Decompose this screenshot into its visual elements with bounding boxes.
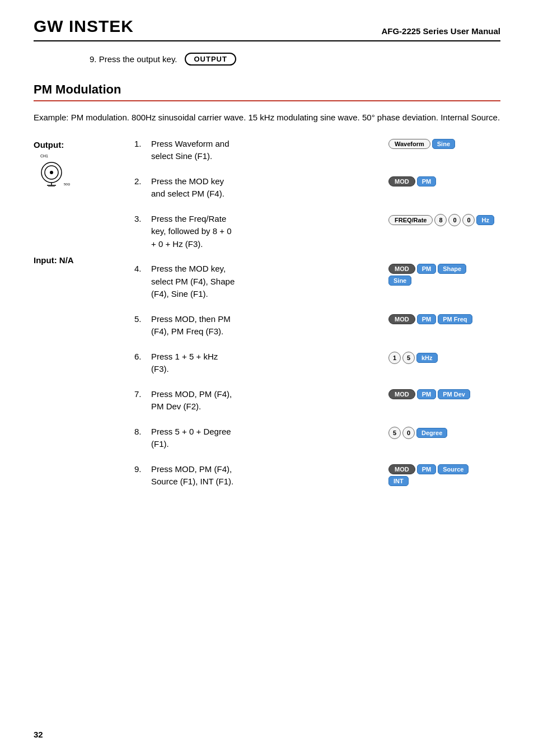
main-content: Output: CH1 50Ω Input: N/A [34, 138, 500, 501]
header: GW INSTEK AFG-2225 Series User Manual [34, 17, 500, 41]
step-3: 3. Press the Freq/Ratekey, followed by 8… [134, 213, 500, 251]
step-7-num: 7. [134, 388, 151, 399]
step-8: 8. Press 5 + 0 + Degree(F1). 5 0 Degree [134, 426, 500, 451]
step-8-num: 8. [134, 426, 151, 436]
page: GW INSTEK AFG-2225 Series User Manual 9.… [0, 0, 534, 756]
mod-key: MOD [388, 176, 415, 186]
step-6-num: 6. [134, 351, 151, 361]
input-label: Input: N/A [34, 255, 123, 265]
khz-key: kHz [416, 353, 438, 363]
step-7-text: Press MOD, PM (F4),PM Dev (F2). [151, 388, 388, 413]
pm-freq-key: PM Freq [438, 314, 472, 324]
step-9-icons: MOD PM Source INT [388, 463, 500, 486]
pm-key-9: PM [417, 464, 437, 474]
step-9-num: 9. [134, 463, 151, 474]
mod-key-7: MOD [388, 389, 415, 399]
hz-key: Hz [476, 215, 494, 225]
freq-rate-key: FREQ/Rate [388, 215, 433, 225]
step-3-text: Press the Freq/Ratekey, followed by 8 + … [151, 213, 388, 251]
mod-key-9: MOD [388, 464, 415, 474]
step-5-num: 5. [134, 313, 151, 324]
source-key: Source [438, 464, 469, 474]
svg-point-3 [50, 171, 53, 174]
step-4-num: 4. [134, 263, 151, 273]
step-7-icons: MOD PM PM Dev [388, 388, 500, 399]
key-8: 8 [434, 214, 447, 226]
step-8-icons: 5 0 Degree [388, 426, 500, 439]
pm-key-7: PM [417, 389, 437, 399]
pm-key-5: PM [417, 314, 437, 324]
page-number: 32 [34, 730, 43, 739]
mod-key-5: MOD [388, 314, 415, 324]
manual-title: AFG-2225 Series User Manual [381, 26, 500, 36]
logo-gw: GW [34, 17, 69, 35]
step-5: 5. Press MOD, then PM(F4), PM Freq (F3).… [134, 313, 500, 338]
step-4-icons: MOD PM Shape Sine [388, 263, 500, 286]
sine-key: Sine [432, 139, 455, 149]
step-7: 7. Press MOD, PM (F4),PM Dev (F2). MOD P… [134, 388, 500, 413]
step-6-icons: 1 5 kHz [388, 351, 500, 364]
step-4-text: Press the MOD key,select PM (F4), Shape(… [151, 263, 388, 301]
step-9: 9. Press MOD, PM (F4),Source (F1), INT (… [134, 463, 500, 488]
output-icon: CH1 50Ω [36, 153, 81, 186]
left-column: Output: CH1 50Ω Input: N/A [34, 138, 123, 501]
sine-key-4: Sine [388, 276, 411, 286]
step-2-text: Press the MOD keyand select PM (F4). [151, 175, 388, 200]
shape-key: Shape [438, 264, 466, 274]
mod-key-4: MOD [388, 264, 415, 274]
key-0a: 0 [448, 214, 461, 226]
waveform-key: Waveform [388, 139, 430, 149]
step-2-num: 2. [134, 175, 151, 186]
section-title: PM Modulation [34, 82, 500, 101]
logo: GW INSTEK [34, 17, 134, 36]
key-0-8: 0 [402, 427, 415, 439]
key-5-8: 5 [388, 427, 401, 439]
step-2-icons: MOD PM [388, 175, 500, 186]
top-step-text: 9. Press the output key. [90, 54, 177, 64]
description: Example: PM modulation. 800Hz sinusoidal… [34, 111, 500, 124]
step-5-icons: MOD PM PM Freq [388, 313, 500, 324]
step-1-text: Press Waveform andselect Sine (F1). [151, 138, 388, 163]
step-6-text: Press 1 + 5 + kHz(F3). [151, 351, 388, 376]
key-1: 1 [388, 352, 401, 364]
step-2: 2. Press the MOD keyand select PM (F4). … [134, 175, 500, 200]
pm-key: PM [417, 176, 437, 186]
top-step: 9. Press the output key. OUTPUT [90, 53, 500, 66]
svg-text:50Ω: 50Ω [64, 183, 71, 186]
svg-text:CH1: CH1 [40, 154, 48, 158]
step-5-text: Press MOD, then PM(F4), PM Freq (F3). [151, 313, 388, 338]
step-4: 4. Press the MOD key,select PM (F4), Sha… [134, 263, 500, 301]
step-8-text: Press 5 + 0 + Degree(F1). [151, 426, 388, 451]
int-key: INT [388, 476, 409, 486]
pm-key-4: PM [417, 264, 437, 274]
step-1-icons: Waveform Sine [388, 138, 500, 149]
degree-key: Degree [416, 428, 447, 438]
step-1: 1. Press Waveform andselect Sine (F1). W… [134, 138, 500, 163]
key-5: 5 [402, 352, 415, 364]
steps-column: 1. Press Waveform andselect Sine (F1). W… [123, 138, 500, 501]
step-3-icons: FREQ/Rate 8 0 0 Hz [388, 213, 500, 226]
step-9-text: Press MOD, PM (F4),Source (F1), INT (F1)… [151, 463, 388, 488]
pm-dev-key: PM Dev [438, 389, 470, 399]
step-1-num: 1. [134, 138, 151, 148]
output-label: Output: [34, 140, 123, 150]
logo-instek: INSTEK [69, 17, 134, 35]
step-3-num: 3. [134, 213, 151, 223]
output-key-badge: OUTPUT [185, 53, 236, 66]
step-6: 6. Press 1 + 5 + kHz(F3). 1 5 kHz [134, 351, 500, 376]
key-0b: 0 [462, 214, 475, 226]
